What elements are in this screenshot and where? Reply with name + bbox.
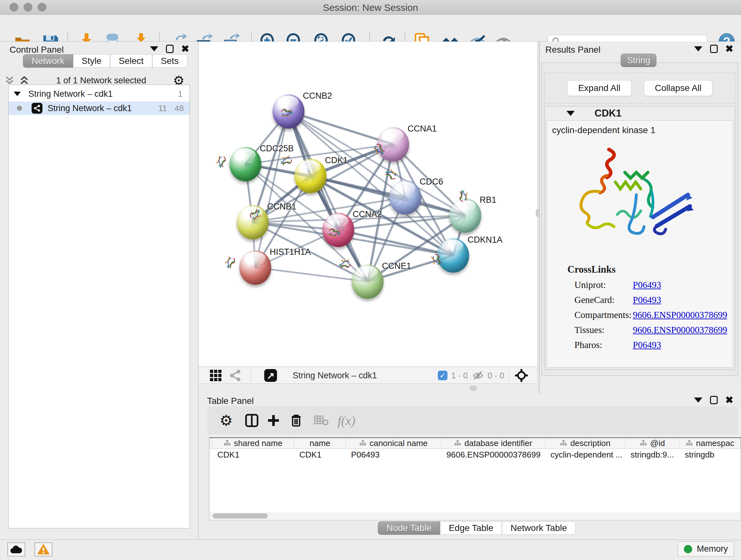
crosslink-link[interactable]: 9606.ENSP00000378699 [633, 325, 727, 335]
network-node-cdc6[interactable] [389, 180, 421, 214]
network-collection-row[interactable]: String Network – cdk1 1 [9, 88, 190, 100]
birds-eye-view-icon[interactable]: ↗ [264, 369, 277, 382]
node-gloss [357, 266, 378, 278]
column-header-description[interactable]: description [545, 438, 625, 449]
current-network-dot-icon [17, 106, 22, 111]
memory-button[interactable]: Memory [678, 542, 734, 557]
crosslink-label: Compartments: [575, 310, 633, 320]
hidden-counts-group: 0 - 0 [472, 369, 504, 382]
collection-expand-icon[interactable] [14, 91, 21, 96]
network-node-cdkn1a[interactable] [437, 238, 469, 273]
network-column-icon [359, 438, 366, 448]
splitter-handle[interactable] [470, 386, 477, 390]
table-header-row: shared namenamecanonical namedatabase id… [209, 438, 741, 449]
control-panel-title: Control Panel [10, 45, 64, 55]
expand-all-icon[interactable] [19, 75, 29, 86]
tab-network-table[interactable]: Network Table [502, 521, 576, 535]
expand-all-button[interactable]: Expand All [567, 80, 631, 96]
fit-selected-crosshair-icon[interactable] [515, 369, 529, 382]
table-cell[interactable]: CDK1 [295, 449, 347, 461]
vertical-splitter[interactable] [537, 42, 539, 397]
warnings-button[interactable] [35, 543, 52, 557]
node-label-ccne1: CCNE1 [382, 261, 411, 271]
network-label: String Network – cdk1 [48, 104, 132, 113]
table-cell[interactable]: P06493 [347, 449, 442, 461]
delete-table-icon[interactable] [314, 414, 329, 428]
panel-menu-icon[interactable] [694, 46, 702, 51]
crosslink-row: GeneCard:P06493 [575, 295, 733, 305]
cloud-button[interactable] [7, 543, 25, 557]
network-node-ccnb2[interactable] [273, 94, 305, 129]
float-panel-icon[interactable] [710, 45, 718, 53]
node-section-header[interactable]: CDK1 [545, 106, 735, 120]
network-node-rb1[interactable] [449, 198, 481, 233]
crosslink-link[interactable]: P06493 [633, 280, 661, 290]
float-panel-icon[interactable] [166, 45, 174, 53]
tab-node-table[interactable]: Node Table [378, 521, 440, 535]
add-column-icon[interactable] [267, 414, 280, 428]
selected-checkbox-icon[interactable]: ✓ [438, 371, 448, 380]
crosslink-row: Compartments:9606.ENSP00000378699 [575, 310, 733, 320]
network-column-icon [686, 438, 693, 448]
column-header--id[interactable]: @id [625, 438, 680, 449]
selected-counts-group: ✓ 1 - 0 [438, 369, 468, 382]
table-cell[interactable]: stringdb [680, 449, 741, 461]
table-cell[interactable]: CDK1 [213, 449, 295, 461]
grid-view-icon[interactable] [210, 369, 221, 382]
toolbar-separator [251, 369, 251, 382]
crosslink-link[interactable]: 9606.ENSP00000378699 [633, 310, 727, 320]
crosslink-row: Pharos:P06493 [575, 340, 733, 350]
tab-string[interactable]: String [621, 54, 657, 67]
column-header-name[interactable]: name [294, 438, 346, 449]
table-horizontal-scrollbar[interactable] [209, 512, 741, 520]
network-node-ccne1[interactable] [352, 264, 384, 299]
hidden-eye-slash-icon[interactable] [472, 370, 484, 381]
network-canvas[interactable]: CCNB2CCNA1CDC25BCDK1CDC6RB1CCNB1CCNA2CDK… [199, 42, 537, 367]
network-node-cdk1[interactable] [294, 159, 327, 193]
table-cell[interactable]: 9606.ENSP00000378699 [442, 449, 546, 461]
network-node-ccna1[interactable] [377, 127, 409, 162]
tab-sets[interactable]: Sets [152, 54, 187, 68]
close-panel-icon[interactable]: ✖ [725, 45, 733, 53]
column-header-database-identifier[interactable]: database identifier [441, 438, 545, 449]
column-header-canonical-name[interactable]: canonical name [346, 438, 441, 449]
string-results-container: Expand All Collapse All CDK1 cyclin-depe… [542, 63, 738, 376]
tab-edge-table[interactable]: Edge Table [440, 521, 502, 535]
float-panel-icon[interactable] [710, 396, 718, 404]
split-view-icon[interactable] [245, 414, 259, 428]
function-builder-icon[interactable]: f(x) [338, 414, 355, 428]
close-panel-icon[interactable]: ✖ [181, 45, 189, 53]
delete-column-trash-icon[interactable] [290, 414, 302, 428]
tab-style[interactable]: Style [73, 54, 110, 68]
scrollbar-thumb[interactable] [212, 513, 268, 518]
section-expand-icon[interactable] [566, 111, 575, 116]
close-panel-icon[interactable]: ✖ [725, 396, 733, 404]
tab-network[interactable]: Network [23, 54, 73, 68]
control-panel-tabs: Network Style Select Sets [23, 54, 187, 68]
table-settings-gear-icon[interactable]: ⚙ [219, 414, 232, 428]
network-edge[interactable] [255, 111, 288, 267]
collapse-all-button[interactable]: Collapse All [644, 80, 713, 96]
horizontal-splitter[interactable] [199, 384, 537, 394]
network-node-ccnb1[interactable] [237, 205, 269, 240]
table-type-tabs: Node Table Edge Table Network Table [378, 521, 576, 535]
panel-menu-icon[interactable] [150, 46, 158, 51]
column-header-namespac[interactable]: namespac [680, 438, 741, 449]
collapse-all-icon[interactable] [4, 75, 15, 86]
crosslink-link[interactable]: P06493 [633, 340, 661, 350]
table-toolbar: ⚙ f(x) [207, 407, 738, 435]
network-node-hist1h1a[interactable] [239, 250, 271, 285]
results-panel-title: Results Panel [545, 45, 601, 55]
column-header-shared-name[interactable]: shared name [212, 438, 294, 449]
network-node-ccna2[interactable] [322, 212, 354, 247]
crosslink-link[interactable]: P06493 [633, 295, 661, 305]
network-node-cdc25b[interactable] [229, 147, 261, 181]
table-row[interactable]: CDK1CDK1P064939606.ENSP00000378699cyclin… [209, 449, 741, 461]
panel-menu-icon[interactable] [694, 397, 702, 402]
tab-select[interactable]: Select [110, 54, 152, 68]
table-cell[interactable]: stringdb:9... [626, 449, 680, 461]
network-row[interactable]: String Network – cdk1 11 48 [9, 102, 190, 115]
crosslink-row: Tissues:9606.ENSP00000378699 [575, 325, 733, 335]
table-cell[interactable]: cyclin-dependent ... [546, 449, 626, 461]
share-network-icon[interactable] [229, 369, 241, 382]
